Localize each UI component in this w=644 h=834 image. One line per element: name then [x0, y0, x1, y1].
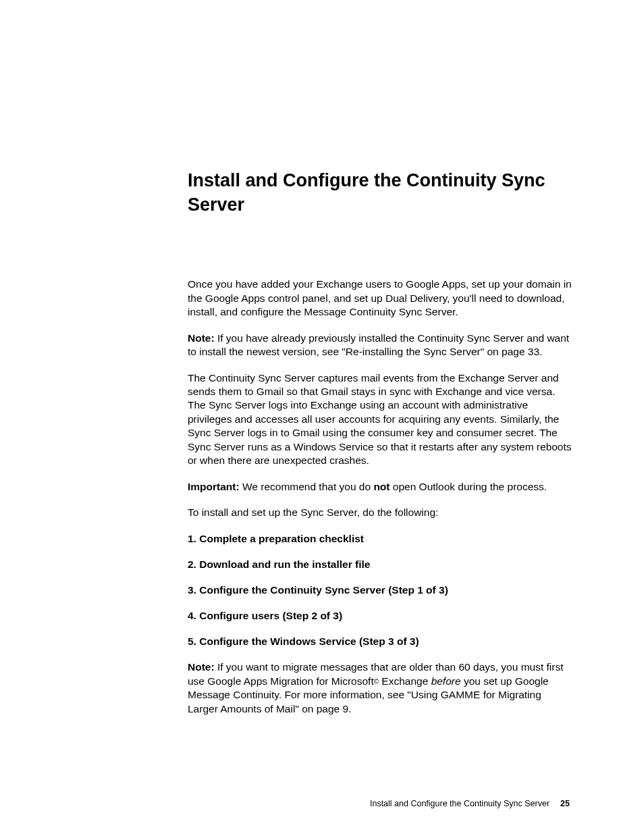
- note-migration-mid: Exchange: [379, 675, 431, 687]
- footer-page-number: 25: [560, 799, 570, 808]
- note-migration: Note: If you want to migrate messages th…: [188, 660, 572, 716]
- step-4: 4. Configure users (Step 2 of 3): [188, 609, 572, 623]
- important-label: Important:: [188, 481, 240, 492]
- important-post: open Outlook during the process.: [390, 481, 547, 492]
- note-label: Note:: [188, 661, 215, 673]
- page-title: Install and Configure the Continuity Syn…: [188, 169, 572, 217]
- heading-text: Install and Configure the Continuity Syn…: [188, 170, 545, 215]
- footer-title: Install and Configure the Continuity Syn…: [370, 799, 549, 808]
- step-3: 3. Configure the Continuity Sync Server …: [188, 583, 572, 597]
- step-1: 1. Complete a preparation checklist: [188, 532, 572, 546]
- step-5: 5. Configure the Windows Service (Step 3…: [188, 635, 572, 648]
- step-2: 2. Download and run the installer file: [188, 558, 572, 571]
- note-migration-emphasis: before: [431, 675, 461, 687]
- steps-lead-in: To install and set up the Sync Server, d…: [188, 506, 572, 519]
- note-text: If you have already previously installed…: [188, 332, 569, 357]
- page-footer: Install and Configure the Continuity Syn…: [370, 799, 570, 808]
- copyright-symbol: ©: [374, 678, 379, 685]
- description-paragraph: The Continuity Sync Server captures mail…: [188, 371, 572, 468]
- page-content: Install and Configure the Continuity Syn…: [188, 169, 572, 728]
- intro-paragraph: Once you have added your Exchange users …: [188, 278, 572, 319]
- important-notice: Important: We recommend that you do not …: [188, 480, 572, 494]
- important-emphasis: not: [373, 481, 390, 492]
- note-label: Note:: [188, 332, 215, 344]
- note-reinstall: Note: If you have already previously ins…: [188, 332, 572, 359]
- important-pre: We recommend that you do: [240, 481, 374, 492]
